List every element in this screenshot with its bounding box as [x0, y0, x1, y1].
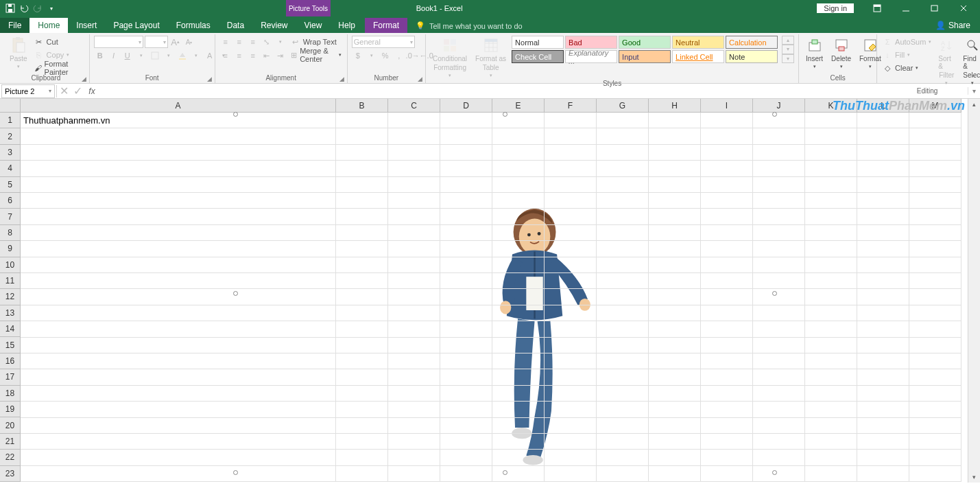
underline-button[interactable]: U [121, 49, 134, 62]
col-header-D[interactable]: D [440, 99, 492, 113]
cell-C1[interactable] [388, 113, 440, 128]
cell-M6[interactable] [909, 193, 961, 209]
cell-E6[interactable] [492, 193, 545, 209]
clear-button[interactable]: ◇Clear▾ [881, 62, 933, 74]
cell-C15[interactable] [388, 338, 440, 353]
cell-F4[interactable] [545, 161, 597, 176]
cell-G15[interactable] [597, 338, 649, 353]
cell-F15[interactable] [545, 338, 597, 353]
cell-B4[interactable] [336, 161, 388, 176]
insert-cells-button[interactable]: Insert▾ [803, 36, 826, 71]
cell-B21[interactable] [336, 434, 388, 450]
tab-help[interactable]: Help [330, 18, 363, 33]
cell-D12[interactable] [440, 289, 492, 305]
cell-I4[interactable] [701, 161, 753, 176]
cell-K1[interactable] [805, 113, 857, 128]
save-icon[interactable] [5, 3, 15, 13]
cell-E5[interactable] [492, 177, 545, 193]
cell-C12[interactable] [388, 289, 440, 305]
cell-J14[interactable] [753, 321, 805, 337]
row-header-3[interactable]: 3 [0, 145, 21, 161]
style-explanatory-[interactable]: Explanatory ... [565, 50, 617, 63]
cell-I13[interactable] [701, 305, 753, 321]
style-good[interactable]: Good [619, 36, 671, 49]
row-header-21[interactable]: 21 [0, 434, 21, 450]
cell-L21[interactable] [857, 434, 909, 450]
cell-K21[interactable] [805, 434, 857, 450]
cell-styles-gallery[interactable]: NormalBadGoodNeutralCalculationCheck Cel… [512, 36, 778, 63]
cell-D9[interactable] [440, 241, 492, 257]
tab-file[interactable]: File [0, 18, 29, 33]
style-bad[interactable]: Bad [565, 36, 617, 49]
cell-L4[interactable] [857, 161, 909, 176]
cell-A13[interactable] [21, 305, 336, 321]
autosum-button[interactable]: ΣAutoSum▾ [881, 36, 933, 48]
cell-D16[interactable] [440, 353, 492, 369]
row-header-6[interactable]: 6 [0, 193, 21, 209]
cell-H21[interactable] [649, 434, 701, 450]
cell-M5[interactable] [909, 177, 961, 193]
cell-D8[interactable] [440, 225, 492, 241]
cell-K10[interactable] [805, 257, 857, 273]
cell-M3[interactable] [909, 145, 961, 161]
cell-E7[interactable] [492, 209, 545, 224]
cell-I22[interactable] [701, 450, 753, 465]
col-header-B[interactable]: B [336, 99, 388, 113]
cell-D10[interactable] [440, 257, 492, 273]
cell-H14[interactable] [649, 321, 701, 337]
cell-L7[interactable] [857, 209, 909, 224]
cell-H15[interactable] [649, 338, 701, 353]
cell-C22[interactable] [388, 450, 440, 465]
cell-J2[interactable] [753, 128, 805, 144]
cell-B2[interactable] [336, 128, 388, 144]
cell-G23[interactable] [597, 466, 649, 482]
cell-K18[interactable] [805, 386, 857, 402]
cell-M9[interactable] [909, 241, 961, 257]
cell-F19[interactable] [545, 402, 597, 417]
cell-F22[interactable] [545, 450, 597, 465]
cell-M16[interactable] [909, 353, 961, 369]
cell-B3[interactable] [336, 145, 388, 161]
cell-G10[interactable] [597, 257, 649, 273]
cell-B14[interactable] [336, 321, 388, 337]
row-header-8[interactable]: 8 [0, 225, 21, 241]
cancel-formula-icon[interactable]: ✕ [57, 84, 71, 98]
number-launcher-icon[interactable]: ◢ [418, 76, 422, 82]
cell-K14[interactable] [805, 321, 857, 337]
align-middle-icon[interactable]: ≡ [233, 36, 246, 48]
cell-J8[interactable] [753, 225, 805, 241]
cell-H2[interactable] [649, 128, 701, 144]
cell-A10[interactable] [21, 257, 336, 273]
cell-A16[interactable] [21, 353, 336, 369]
cell-H4[interactable] [649, 161, 701, 176]
row-header-12[interactable]: 12 [0, 289, 21, 305]
cell-I21[interactable] [701, 434, 753, 450]
cell-G2[interactable] [597, 128, 649, 144]
cell-K13[interactable] [805, 305, 857, 321]
cell-L15[interactable] [857, 338, 909, 353]
cell-L1[interactable] [857, 113, 909, 128]
cell-A19[interactable] [21, 402, 336, 417]
cell-D3[interactable] [440, 145, 492, 161]
cell-K8[interactable] [805, 225, 857, 241]
cell-G20[interactable] [597, 418, 649, 434]
cell-M22[interactable] [909, 450, 961, 465]
cell-C9[interactable] [388, 241, 440, 257]
cell-L16[interactable] [857, 353, 909, 369]
cell-E23[interactable] [492, 466, 545, 482]
cell-K6[interactable] [805, 193, 857, 209]
cell-A2[interactable] [21, 128, 336, 144]
cell-J15[interactable] [753, 338, 805, 353]
share-button[interactable]: 👤 Share [926, 18, 980, 33]
cell-D11[interactable] [440, 273, 492, 289]
cell-K17[interactable] [805, 369, 857, 385]
cell-G3[interactable] [597, 145, 649, 161]
col-header-A[interactable]: A [21, 99, 336, 113]
cell-K7[interactable] [805, 209, 857, 224]
cell-G17[interactable] [597, 369, 649, 385]
cell-C21[interactable] [388, 434, 440, 450]
cell-F1[interactable] [545, 113, 597, 128]
row-header-11[interactable]: 11 [0, 273, 21, 289]
cell-E10[interactable] [492, 257, 545, 273]
cell-L13[interactable] [857, 305, 909, 321]
